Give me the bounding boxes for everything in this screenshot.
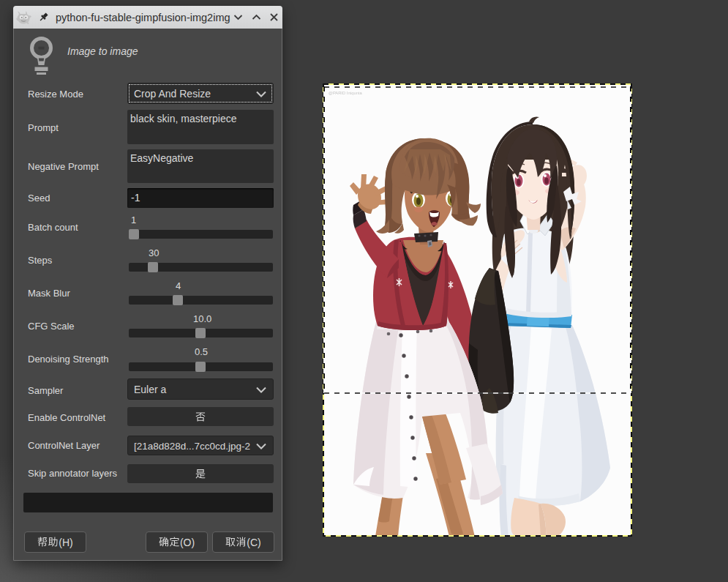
svg-text:@PARID Intqunta: @PARID Intqunta bbox=[329, 91, 363, 95]
